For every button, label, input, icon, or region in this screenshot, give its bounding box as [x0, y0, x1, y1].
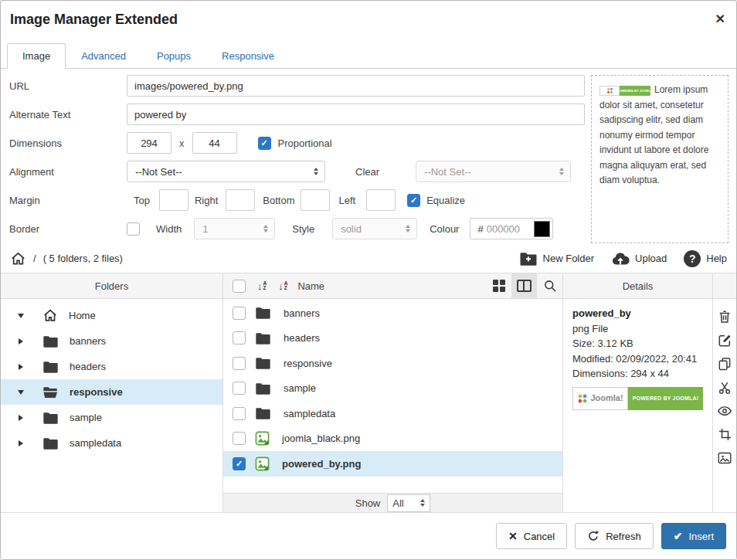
row-checkbox[interactable] — [233, 407, 246, 420]
select-arrows-icon — [406, 225, 410, 232]
caret-right-icon[interactable] — [16, 415, 25, 421]
caret-right-icon[interactable] — [16, 364, 25, 370]
dimensions-label: Dimensions — [8, 137, 127, 149]
proportional-checkbox[interactable]: ✓ — [258, 137, 271, 150]
equalize-checkbox[interactable]: ✓ — [407, 194, 420, 207]
file-row-joomla-black[interactable]: joomla_black.png — [223, 426, 562, 452]
column-view-icon[interactable] — [511, 273, 537, 298]
select-all-checkbox[interactable] — [233, 280, 246, 293]
folder-icon — [255, 356, 271, 370]
row-checkbox[interactable] — [233, 331, 246, 344]
image-file-icon — [255, 431, 270, 446]
margin-label: Margin — [8, 195, 127, 206]
open-folder-icon — [42, 385, 59, 399]
width-input[interactable] — [127, 132, 172, 154]
home-icon — [42, 308, 58, 323]
folder-tree: Home banners headers — [1, 299, 222, 512]
tab-image[interactable]: Image — [7, 43, 66, 69]
file-row-banners[interactable]: banners — [223, 300, 562, 326]
path-bar: / ( 5 folders, 2 files) New Folder Uploa… — [1, 244, 736, 273]
tree-item-banners[interactable]: banners — [1, 328, 222, 354]
file-row-sample[interactable]: sample — [223, 376, 562, 402]
delete-icon[interactable] — [713, 305, 736, 329]
details-header: Details — [563, 273, 712, 299]
select-arrows-icon — [263, 225, 268, 232]
alignment-label: Alignment — [8, 166, 127, 178]
caret-down-icon[interactable] — [16, 314, 25, 318]
grid-view-icon[interactable] — [486, 273, 511, 298]
height-input[interactable] — [192, 132, 237, 154]
insert-check-icon: ✔ — [674, 530, 683, 542]
rename-icon[interactable] — [713, 329, 736, 353]
cancel-button[interactable]: ✕ Cancel — [496, 523, 567, 549]
margin-left-input[interactable] — [366, 189, 396, 211]
details-thumbnail[interactable]: Joomla! POWERED BY JOOMLA! — [572, 387, 703, 410]
show-select[interactable]: All — [387, 494, 430, 512]
dialog-title: Image Manager Extended — [10, 12, 178, 28]
row-checkbox[interactable]: ✓ — [233, 457, 246, 470]
caret-right-icon[interactable] — [16, 440, 25, 446]
folder-icon — [42, 360, 59, 374]
dialog-footer: ✕ Cancel Refresh ✔ Insert — [1, 513, 736, 559]
new-folder-icon — [519, 251, 538, 266]
border-style-select[interactable]: solid — [332, 218, 417, 239]
caret-right-icon[interactable] — [16, 338, 25, 344]
upload-button[interactable]: Upload — [611, 251, 667, 266]
sort-name-icon[interactable]: ↓ AZ — [257, 280, 267, 292]
row-checkbox[interactable] — [233, 432, 246, 445]
preview-eye-icon[interactable] — [713, 399, 736, 423]
caret-down-icon[interactable] — [16, 390, 25, 395]
file-row-responsive[interactable]: responsive — [223, 351, 562, 376]
cut-icon[interactable] — [713, 376, 736, 400]
folder-count: ( 5 folders, 2 files) — [43, 253, 123, 264]
margin-right-input[interactable] — [226, 189, 255, 211]
file-row-powered-by[interactable]: ✓ powered_by.png — [223, 451, 562, 477]
margin-bottom-input[interactable] — [301, 189, 330, 211]
margin-bottom-label: Bottom — [263, 195, 294, 206]
new-folder-button[interactable]: New Folder — [519, 251, 594, 266]
row-checkbox[interactable] — [233, 307, 246, 320]
file-list: banners headers responsive — [223, 299, 562, 493]
help-icon: ? — [684, 250, 701, 267]
alt-text-input[interactable] — [127, 104, 585, 125]
sort-extension-icon[interactable]: ↓ AZ — [278, 280, 287, 292]
thumbnail-icon[interactable] — [713, 446, 736, 470]
close-icon[interactable]: ✕ — [715, 13, 725, 25]
border-checkbox[interactable] — [127, 222, 140, 236]
border-width-select[interactable]: 1 — [194, 218, 275, 239]
copy-icon[interactable] — [713, 352, 736, 376]
tree-item-home[interactable]: Home — [1, 303, 222, 328]
file-row-sampledata[interactable]: sampledata — [223, 401, 562, 426]
border-colour-field[interactable]: # 000000 — [470, 218, 553, 239]
folder-icon — [255, 331, 271, 345]
dimensions-separator: x — [179, 137, 185, 149]
margin-top-input[interactable] — [159, 189, 188, 211]
border-width-label: Width — [156, 223, 182, 235]
help-button[interactable]: ? Help — [684, 250, 727, 267]
powered-by-badge: POWERED BY JOOMLA — [620, 86, 650, 96]
tab-advanced[interactable]: Advanced — [66, 43, 141, 69]
tab-responsive[interactable]: Responsive — [206, 43, 290, 69]
insert-button[interactable]: ✔ Insert — [661, 523, 726, 549]
tree-item-headers[interactable]: headers — [1, 354, 222, 379]
home-icon[interactable] — [10, 251, 26, 266]
file-row-headers[interactable]: headers — [223, 326, 562, 351]
joomla-logo-icon — [599, 86, 620, 96]
colour-swatch[interactable] — [534, 221, 550, 237]
refresh-button[interactable]: Refresh — [575, 523, 654, 549]
crop-icon[interactable] — [713, 423, 736, 447]
tree-item-responsive[interactable]: responsive — [1, 379, 222, 405]
tab-popups[interactable]: Popups — [141, 43, 206, 69]
folders-column: Folders Home banners — [1, 273, 223, 512]
folder-icon — [42, 411, 59, 425]
alignment-select[interactable]: --Not Set-- — [127, 161, 325, 182]
row-checkbox[interactable] — [233, 382, 246, 395]
tree-item-sample[interactable]: sample — [1, 405, 222, 430]
url-input[interactable] — [127, 75, 585, 97]
margin-left-label: Left — [339, 195, 356, 206]
row-checkbox[interactable] — [233, 357, 246, 370]
clear-select[interactable]: --Not Set-- — [416, 161, 571, 182]
search-icon[interactable] — [537, 273, 562, 298]
tree-item-sampledata[interactable]: sampledata — [1, 430, 222, 456]
show-label: Show — [355, 497, 381, 509]
